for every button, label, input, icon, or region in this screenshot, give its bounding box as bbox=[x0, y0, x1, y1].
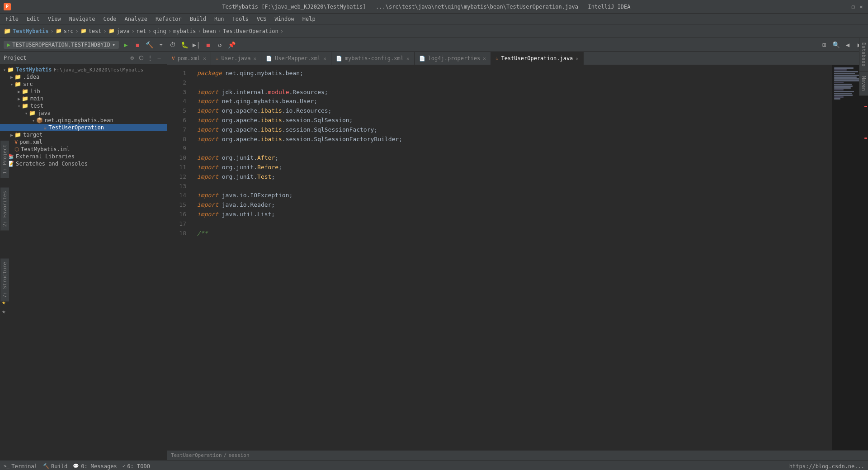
terminal-button[interactable]: >_ Terminal bbox=[4, 463, 38, 470]
tab-mybatis-close[interactable]: ✕ bbox=[406, 56, 410, 62]
minimize-button[interactable]: — bbox=[842, 4, 848, 10]
pin-button[interactable]: 📌 bbox=[226, 40, 236, 50]
menu-run[interactable]: Run bbox=[211, 15, 228, 23]
menu-vcs[interactable]: VCS bbox=[253, 15, 270, 23]
layout-button[interactable]: ⊞ bbox=[819, 40, 829, 50]
favorites-star-icon[interactable]: ★ bbox=[2, 299, 5, 306]
pom-icon: V bbox=[14, 139, 18, 145]
tab-user[interactable]: ☕ User.java ✕ bbox=[211, 52, 261, 65]
tab-pom[interactable]: V pom.xml ✕ bbox=[167, 52, 211, 65]
tab-tuo-close[interactable]: ✕ bbox=[576, 56, 579, 62]
menu-analyze[interactable]: Analyze bbox=[121, 15, 151, 23]
menu-code[interactable]: Code bbox=[100, 15, 120, 23]
tab-usermapper-label: UserMapper.xml bbox=[275, 55, 321, 62]
menu-help[interactable]: Help bbox=[299, 15, 319, 23]
test-arrow: ▾ bbox=[16, 104, 22, 109]
nav-bean[interactable]: bean bbox=[203, 28, 216, 34]
tree-target[interactable]: ▶ 📁 target bbox=[0, 131, 167, 138]
nav-mybatis[interactable]: mybatis bbox=[173, 28, 196, 34]
iml-label: TestMybatis.iml bbox=[21, 146, 70, 152]
run-config-dropdown[interactable]: ▾ bbox=[112, 42, 115, 48]
tree-package[interactable]: ▾ 📦 net.qing.mybatis.bean bbox=[0, 117, 167, 124]
run-config-selector[interactable]: ▶ TESTUSEROPERATION.TESTFINDBYID ▾ bbox=[4, 41, 119, 49]
nav-qing[interactable]: qing bbox=[153, 28, 166, 34]
menu-edit[interactable]: Edit bbox=[23, 15, 43, 23]
nav-test[interactable]: test bbox=[89, 28, 102, 34]
code-line-12: import org.junit.Test; bbox=[197, 172, 832, 182]
sidebar-hide-btn[interactable]: — bbox=[155, 54, 163, 62]
project-tool-tab[interactable]: 1: Project bbox=[0, 140, 9, 178]
debug-button[interactable]: 🐛 bbox=[179, 40, 189, 50]
todo-button[interactable]: ✓ 6: TODO bbox=[123, 463, 150, 470]
tree-root[interactable]: ▾ 📁 TestMybatis F:\java_web_KJ2020\TestM… bbox=[0, 66, 167, 73]
tab-log4j-close[interactable]: ✕ bbox=[483, 56, 486, 62]
database-panel-tab[interactable]: Database bbox=[859, 38, 868, 71]
maven-panel-tab[interactable]: Maven bbox=[859, 71, 868, 96]
tree-scratches[interactable]: 📝 Scratches and Consoles bbox=[0, 160, 167, 167]
tab-usermapper[interactable]: 📄 UserMapper.xml ✕ bbox=[261, 52, 331, 65]
build-button[interactable]: 🔨 bbox=[144, 40, 154, 50]
build-tool-button[interactable]: 🔨 Build bbox=[43, 463, 67, 470]
tree-lib[interactable]: ▶ 📁 lib bbox=[0, 88, 167, 95]
bottom-tool-bar: >_ Terminal 🔨 Build 💬 0: Messages ✓ 6: T… bbox=[0, 460, 868, 470]
sidebar-settings-btn[interactable]: ⚙ bbox=[128, 54, 136, 62]
menu-navigate[interactable]: Navigate bbox=[66, 15, 99, 23]
tab-usermapper-close[interactable]: ✕ bbox=[323, 56, 326, 62]
sidebar-expand-btn[interactable]: ⬡ bbox=[137, 54, 145, 62]
minimap[interactable] bbox=[832, 65, 868, 450]
run-config-icon: ▶ bbox=[7, 42, 10, 48]
stop-button[interactable]: ◼ bbox=[132, 40, 142, 50]
stop2-button[interactable]: ◼ bbox=[203, 40, 213, 50]
run-debug-button[interactable]: ▶| bbox=[191, 40, 201, 50]
src-label: src bbox=[23, 81, 33, 87]
tree-src[interactable]: ▾ 📁 src bbox=[0, 81, 167, 88]
messages-button[interactable]: 💬 0: Messages bbox=[73, 463, 117, 470]
tree-idea[interactable]: ▶ 📁 .idea bbox=[0, 73, 167, 81]
coverage-button[interactable]: ☂ bbox=[156, 40, 166, 50]
menu-refactor[interactable]: Refactor bbox=[152, 15, 185, 23]
tree-ext-libs[interactable]: ▶ 📚 External Libraries bbox=[0, 153, 167, 160]
tree-java[interactable]: ▾ 📁 java bbox=[0, 109, 167, 117]
rerun-button[interactable]: ↺ bbox=[215, 40, 225, 50]
favorites-tool-tab[interactable]: 2: Favorites bbox=[0, 187, 9, 230]
tree-pom[interactable]: V pom.xml bbox=[0, 138, 167, 146]
maximize-button[interactable]: ❐ bbox=[850, 4, 856, 10]
tab-log4j[interactable]: 📄 log4j.properties ✕ bbox=[415, 52, 491, 65]
nav-bar: 📁 TestMybatis › 📁 src › 📁 test › 📁 java … bbox=[0, 24, 868, 38]
project-name[interactable]: TestMybatis bbox=[13, 28, 48, 34]
tab-testuseroperation[interactable]: ☕ TestUserOperation.java ✕ bbox=[491, 52, 584, 65]
menu-build[interactable]: Build bbox=[186, 15, 210, 23]
ln-8: 8 bbox=[167, 135, 186, 144]
tab-pom-close[interactable]: ✕ bbox=[203, 56, 206, 62]
menu-bar: File Edit View Navigate Code Analyze Ref… bbox=[0, 14, 868, 24]
code-content[interactable]: package net.qing.mybatis.bean; import jd… bbox=[190, 65, 832, 450]
tree-iml[interactable]: ⬡ TestMybatis.iml bbox=[0, 146, 167, 153]
search-button[interactable]: 🔍 bbox=[831, 40, 841, 50]
tree-test[interactable]: ▾ 📁 test bbox=[0, 102, 167, 109]
menu-view[interactable]: View bbox=[44, 15, 65, 23]
bottom-url[interactable]: https://blog.csdn.ne... bbox=[789, 463, 864, 470]
nav-net[interactable]: net bbox=[137, 28, 146, 34]
close-button[interactable]: ✕ bbox=[858, 4, 864, 10]
nav-file[interactable]: TestUserOperation bbox=[223, 28, 278, 34]
lib-arrow: ▶ bbox=[16, 89, 22, 94]
nav-icon1[interactable]: ◀ bbox=[843, 40, 853, 50]
profile-button[interactable]: ⏱ bbox=[168, 40, 178, 50]
code-line-7: import org.apache.ibatis.session.SqlSess… bbox=[197, 125, 832, 135]
run-button[interactable]: ▶ bbox=[121, 40, 131, 50]
tab-mybatis-config[interactable]: 📄 mybatis-config.xml ✕ bbox=[331, 52, 415, 65]
structure-tool-tab[interactable]: 7: Structure bbox=[0, 258, 9, 301]
iml-icon: ⬡ bbox=[14, 146, 19, 152]
tab-user-close[interactable]: ✕ bbox=[253, 56, 256, 62]
tree-main[interactable]: ▶ 📁 main bbox=[0, 95, 167, 102]
sidebar-options-btn[interactable]: ⋮ bbox=[146, 54, 154, 62]
menu-tools[interactable]: Tools bbox=[229, 15, 252, 23]
nav-java[interactable]: java bbox=[117, 28, 130, 34]
menu-window[interactable]: Window bbox=[271, 15, 297, 23]
tree-testuseroperation[interactable]: ☕ TestUserOperation bbox=[0, 124, 167, 131]
nav-src[interactable]: src bbox=[64, 28, 74, 34]
tab-user-icon: ☕ bbox=[216, 56, 219, 62]
menu-file[interactable]: File bbox=[2, 15, 22, 23]
project-icon: 📁 bbox=[4, 28, 11, 34]
ln-1: 1 bbox=[167, 69, 186, 78]
